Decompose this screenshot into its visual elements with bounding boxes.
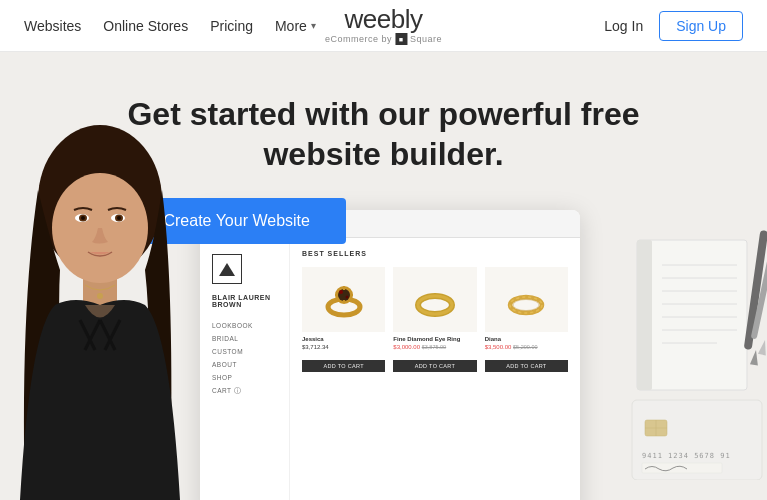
navbar: Websites Online Stores Pricing More ▾ we… bbox=[0, 0, 767, 52]
logo[interactable]: weebly eCommerce by ■ Square bbox=[325, 6, 442, 45]
notebook-decoration: 9411 1234 5678 91 bbox=[607, 220, 767, 480]
nav-links: Websites Online Stores Pricing More ▾ bbox=[24, 18, 316, 34]
chevron-down-icon: ▾ bbox=[311, 20, 316, 31]
shop-sidebar: BLAIR LAUREN BROWN LOOKBOOK BRIDAL CUSTO… bbox=[200, 238, 290, 500]
nav-pricing[interactable]: Pricing bbox=[210, 18, 253, 34]
logo-subtitle: eCommerce by ■ Square bbox=[325, 33, 442, 45]
svg-point-8 bbox=[117, 216, 121, 220]
svg-point-14 bbox=[345, 295, 348, 298]
shop-main: BEST SELLERS bbox=[290, 238, 580, 500]
hero-section: Get started with our powerful free websi… bbox=[0, 52, 767, 500]
nav-online-stores[interactable]: Online Stores bbox=[103, 18, 188, 34]
product-diana-add-to-cart[interactable]: ADD TO CART bbox=[485, 360, 568, 372]
sidebar-menu-lookbook: LOOKBOOK bbox=[212, 322, 277, 329]
shop-section-title: BEST SELLERS bbox=[302, 250, 568, 257]
svg-marker-34 bbox=[750, 349, 760, 365]
login-button[interactable]: Log In bbox=[604, 18, 643, 34]
products-grid: Jessica $3,712.34 ADD TO CART bbox=[302, 267, 568, 372]
product-diamond-image bbox=[393, 267, 476, 332]
sidebar-menu-about: ABOUT bbox=[212, 361, 277, 368]
product-jessica-add-to-cart[interactable]: ADD TO CART bbox=[302, 360, 385, 372]
logo-sub-text: eCommerce by bbox=[325, 34, 392, 44]
sidebar-menu-shop: SHOP bbox=[212, 374, 277, 381]
product-diana: Diana $3,500.00 $5,200.00 ADD TO CART bbox=[485, 267, 568, 372]
signup-button[interactable]: Sign Up bbox=[659, 11, 743, 41]
product-diana-original-price: $5,200.00 bbox=[513, 344, 537, 350]
browser-content: BLAIR LAUREN BROWN LOOKBOOK BRIDAL CUSTO… bbox=[200, 238, 580, 500]
sidebar-brand-name: BLAIR LAUREN BROWN bbox=[212, 294, 277, 308]
product-diamond-sale-price: $3,000.00 bbox=[393, 344, 420, 350]
product-diana-name: Diana bbox=[485, 336, 568, 342]
svg-rect-25 bbox=[637, 240, 652, 390]
svg-point-7 bbox=[81, 216, 85, 220]
product-diamond-price: $3,000.00 $3,875.00 bbox=[393, 344, 476, 350]
triangle-icon bbox=[219, 263, 235, 276]
person-photo bbox=[0, 110, 200, 500]
sidebar-menu-custom: CUSTOM bbox=[212, 348, 277, 355]
product-diamond-original-price: $3,875.00 bbox=[422, 344, 446, 350]
logo-text: weebly bbox=[345, 6, 423, 32]
product-jessica-image bbox=[302, 267, 385, 332]
svg-point-13 bbox=[339, 290, 343, 294]
product-jessica: Jessica $3,712.34 ADD TO CART bbox=[302, 267, 385, 372]
sidebar-menu-cart: CART ⓘ bbox=[212, 387, 277, 396]
svg-text:9411 1234 5678 91: 9411 1234 5678 91 bbox=[642, 452, 731, 460]
product-diamond-add-to-cart[interactable]: ADD TO CART bbox=[393, 360, 476, 372]
product-diana-sale-price: $3,500.00 bbox=[485, 344, 512, 350]
nav-more-label: More bbox=[275, 18, 307, 34]
svg-marker-36 bbox=[758, 339, 767, 355]
hero-text: Get started with our powerful free websi… bbox=[127, 94, 639, 244]
product-diana-image bbox=[485, 267, 568, 332]
sidebar-menu-bridal: BRIDAL bbox=[212, 335, 277, 342]
svg-rect-24 bbox=[637, 240, 747, 390]
product-diamond-name: Fine Diamond Eye Ring bbox=[393, 336, 476, 342]
hero-headline: Get started with our powerful free websi… bbox=[127, 94, 639, 174]
svg-point-23 bbox=[513, 299, 539, 310]
svg-point-9 bbox=[97, 293, 103, 299]
product-diamond-eye: Fine Diamond Eye Ring $3,000.00 $3,875.0… bbox=[393, 267, 476, 372]
svg-rect-42 bbox=[642, 463, 722, 473]
nav-auth: Log In Sign Up bbox=[604, 11, 743, 41]
square-icon: ■ bbox=[395, 33, 407, 45]
sidebar-logo-icon bbox=[212, 254, 242, 284]
product-jessica-price: $3,712.34 bbox=[302, 344, 385, 350]
nav-websites[interactable]: Websites bbox=[24, 18, 81, 34]
nav-more-dropdown[interactable]: More ▾ bbox=[275, 18, 316, 34]
shop-mockup: BLAIR LAUREN BROWN LOOKBOOK BRIDAL CUSTO… bbox=[200, 210, 580, 500]
logo-square-brand: Square bbox=[410, 34, 442, 44]
product-jessica-name: Jessica bbox=[302, 336, 385, 342]
product-diana-price: $3,500.00 $5,200.00 bbox=[485, 344, 568, 350]
